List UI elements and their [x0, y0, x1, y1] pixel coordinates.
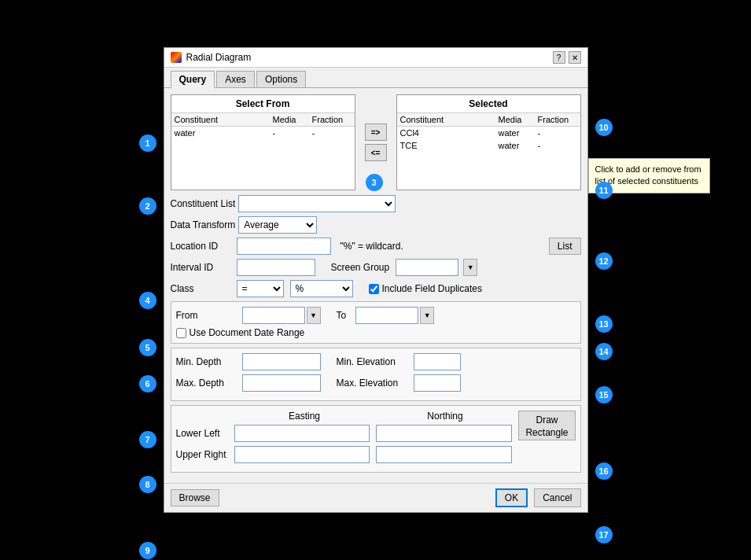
bubble-9[interactable]: 9: [139, 542, 156, 559]
bubble-3[interactable]: 3: [366, 174, 383, 191]
bubble-8[interactable]: 8: [139, 476, 156, 493]
lower-left-northing-input[interactable]: 2336104.21: [376, 425, 512, 442]
cancel-button[interactable]: Cancel: [534, 488, 580, 507]
ok-button[interactable]: OK: [495, 488, 528, 507]
location-id-label: Location ID: [171, 241, 234, 252]
min-depth-input[interactable]: -17.82000001: [242, 353, 321, 370]
selected-panel: Selected Constituent Media Fraction CCl4…: [396, 94, 581, 190]
depth-elevation-row1: Min. Depth -17.82000001 Min. Elevation 5…: [176, 353, 576, 370]
sf-col-fraction: Fraction: [312, 115, 352, 124]
upper-right-northing-input[interactable]: 2342532.04: [376, 446, 512, 463]
list-item[interactable]: TCE water -: [397, 139, 580, 152]
to-date-btn[interactable]: ▼: [420, 307, 434, 324]
easting-header: Easting: [237, 411, 372, 422]
to-date-input[interactable]: 12/31/2100: [355, 307, 418, 324]
bubble-15[interactable]: 15: [595, 386, 613, 403]
interval-id-input[interactable]: %: [237, 259, 315, 276]
help-button[interactable]: ?: [553, 51, 565, 64]
interval-id-label: Interval ID: [171, 262, 234, 273]
bubble-12[interactable]: 12: [595, 252, 613, 270]
browse-button[interactable]: Browse: [171, 489, 219, 507]
use-doc-date-checkbox[interactable]: [176, 328, 186, 338]
bubble-17[interactable]: 17: [595, 526, 613, 543]
max-elevation-label: Max. Elevation: [337, 378, 407, 389]
select-from-col-headers: Constituent Media Fraction: [171, 113, 355, 127]
draw-rectangle-button[interactable]: DrawRectangle: [518, 411, 575, 440]
bubble-10[interactable]: 10: [595, 119, 613, 136]
include-field-dup-checkbox[interactable]: [369, 284, 379, 294]
sf-col-media: Media: [273, 115, 312, 124]
sel-row-0-fraction: -: [538, 128, 577, 138]
depth-elevation-row2: Max. Depth 300 Max. Elevation 820: [176, 374, 576, 392]
wildcard-hint: "%" = wildcard.: [341, 241, 403, 252]
select-from-heading: Select From: [171, 95, 355, 113]
spatial-section: Easting Northing Lower Left 217763.93 23…: [171, 405, 581, 473]
bubble-7[interactable]: 7: [139, 431, 156, 448]
bubble-4[interactable]: 4: [139, 292, 156, 309]
date-range-section: From 1/ 1/1900 ▼ To 12/31/2100 ▼ Use Doc…: [171, 301, 581, 344]
spatial-coords: Easting Northing Lower Left 217763.93 23…: [176, 411, 513, 467]
upper-right-row: Upper Right 235338.6 2342532.04: [176, 446, 513, 463]
data-transform-label: Data Transform: [171, 219, 236, 230]
bubble-1[interactable]: 1: [139, 134, 156, 152]
list-button[interactable]: List: [549, 238, 581, 255]
interval-screen-row: Interval ID % Screen Group % ▼: [171, 259, 581, 276]
upper-right-easting-input[interactable]: 235338.6: [234, 446, 370, 463]
list-item[interactable]: water - -: [171, 127, 355, 139]
tooltip-text: Click to add or remove from list of sele…: [595, 164, 701, 186]
constituent-list-dropdown[interactable]: [238, 195, 396, 212]
bubble-5[interactable]: 5: [139, 339, 156, 356]
radial-diagram-dialog: Radial Diagram ? ✕ Query Axes Options Se…: [164, 47, 588, 513]
from-label: From: [176, 310, 239, 321]
add-button[interactable]: =>: [365, 123, 387, 141]
data-transform-row: Data Transform Average Max Min Sum: [171, 216, 581, 234]
bubble-11[interactable]: 11: [595, 182, 613, 199]
dialog-content: Select From Constituent Media Fraction w…: [164, 88, 587, 483]
to-date-wrap: 12/31/2100 ▼: [355, 307, 434, 324]
location-id-row: Location ID % "%" = wildcard. List: [171, 238, 581, 255]
class-value-select[interactable]: %: [290, 280, 353, 297]
lower-left-label: Lower Left: [176, 428, 231, 439]
lower-left-easting-input[interactable]: 217763.93: [234, 425, 370, 442]
sel-row-0-constituent: CCl4: [400, 128, 499, 138]
bubble-14[interactable]: 14: [595, 343, 613, 360]
location-id-input[interactable]: %: [237, 238, 331, 255]
max-depth-label: Max. Depth: [176, 378, 239, 389]
spatial-inner: Easting Northing Lower Left 217763.93 23…: [176, 411, 576, 467]
screen-group-dropdown-btn[interactable]: ▼: [463, 259, 477, 276]
from-date-wrap: 1/ 1/1900 ▼: [242, 307, 321, 324]
tab-options[interactable]: Options: [256, 71, 306, 87]
bubble-6[interactable]: 6: [139, 375, 156, 392]
sel-row-1-media: water: [499, 141, 538, 150]
select-from-panel: Select From Constituent Media Fraction w…: [171, 94, 355, 190]
from-date-input[interactable]: 1/ 1/1900: [242, 307, 305, 324]
selected-body[interactable]: CCl4 water - TCE water -: [397, 127, 580, 190]
to-label: To: [337, 310, 347, 321]
tab-axes[interactable]: Axes: [216, 71, 255, 87]
bubble-16[interactable]: 16: [595, 462, 613, 480]
title-bar: Radial Diagram ? ✕: [164, 48, 587, 68]
use-doc-date-label[interactable]: Use Document Date Range: [176, 327, 576, 338]
close-button[interactable]: ✕: [569, 51, 581, 64]
list-item[interactable]: CCl4 water -: [397, 127, 580, 139]
bubble-13[interactable]: 13: [595, 315, 613, 333]
include-field-dup-label[interactable]: Include Field Duplicates: [369, 283, 482, 294]
selected-heading: Selected: [397, 95, 580, 113]
screen-group-label: Screen Group: [331, 262, 390, 273]
select-from-body[interactable]: water - -: [171, 127, 355, 190]
data-transform-select[interactable]: Average Max Min Sum: [238, 216, 317, 234]
tab-query[interactable]: Query: [171, 71, 215, 88]
date-range-row: From 1/ 1/1900 ▼ To 12/31/2100 ▼: [176, 307, 576, 324]
footer-right-buttons: OK Cancel: [495, 488, 581, 507]
bubble-2[interactable]: 2: [139, 197, 156, 215]
max-elevation-input[interactable]: 820: [414, 374, 461, 392]
remove-button[interactable]: <=: [365, 144, 387, 161]
constituent-list-label: Constituent List: [171, 198, 236, 209]
class-operator-select[interactable]: =: [237, 280, 284, 297]
min-elevation-input[interactable]: 520: [414, 353, 461, 370]
max-depth-input[interactable]: 300: [242, 374, 321, 392]
sf-row-media: -: [273, 128, 312, 138]
from-date-btn[interactable]: ▼: [307, 307, 321, 324]
sf-row-constituent: water: [175, 128, 273, 138]
screen-group-input[interactable]: %: [396, 259, 458, 276]
